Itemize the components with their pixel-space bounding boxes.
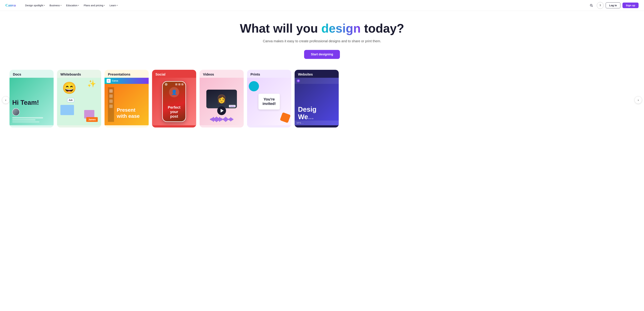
svg-line-2 (592, 6, 593, 6)
search-icon (590, 4, 593, 7)
phone-action-icon (175, 83, 177, 86)
docs-list-item (12, 121, 39, 122)
video-person-emoji: 👩 (216, 94, 227, 104)
sticky-note-james: James (86, 117, 98, 122)
pres-slide: Presentwith ease (114, 87, 142, 122)
card-prints-body: You'reinvited! (247, 78, 291, 125)
card-social-label: Social (152, 70, 196, 78)
hero-title-highlight: design (321, 22, 360, 35)
pres-layout: Presentwith ease (108, 81, 142, 122)
svg-text:Canva: Canva (6, 3, 16, 7)
nav-business-label: Business (50, 4, 60, 7)
card-prints[interactable]: Prints You'reinvited! (247, 70, 291, 128)
hero-title-start: What will you (240, 22, 321, 35)
play-button[interactable] (217, 106, 226, 115)
phone-topbar (163, 82, 186, 87)
canva-logo[interactable]: Canva (6, 3, 18, 8)
social-person-avatar: 👤 (169, 87, 179, 97)
phone-mockup: 👤 Perfectyourpost (162, 81, 186, 122)
chevron-down-icon: ▾ (44, 4, 45, 6)
sparkle-emoji: ✨ (87, 80, 96, 88)
card-social-visual: 👤 Perfectyourpost (152, 78, 196, 125)
card-whiteboards[interactable]: Whiteboards 😄 ✨ James Ash (57, 70, 101, 128)
waveform-bar (223, 118, 224, 120)
waveform-bar (218, 118, 219, 121)
phone-action-icon (182, 83, 184, 86)
emoji-face: 😄 (62, 81, 76, 95)
phone-screen: 👤 Perfectyourpost (163, 82, 186, 122)
waveform-bar (228, 118, 228, 120)
print-deco-rect (280, 112, 291, 123)
waveform-bar (228, 119, 229, 120)
search-button[interactable] (588, 2, 595, 9)
design-type-carousel: ‹ Docs Hi Team! (0, 67, 644, 133)
phone-action-icon (178, 83, 180, 86)
phone-icon (165, 83, 168, 86)
website-topbar: W (294, 78, 339, 84)
waveform-bar (226, 118, 227, 121)
nav-right-actions: ? Log in Sign up (588, 2, 638, 9)
website-logo-icon: W (297, 79, 300, 82)
card-presentations[interactable]: Presentations C Canva (104, 70, 149, 128)
card-websites[interactable]: Websites W DesigWe... SPE... (294, 70, 339, 128)
docs-list-items (12, 117, 51, 122)
card-websites-visual: W DesigWe... SPE... (294, 78, 339, 125)
carousel-prev-button[interactable]: ‹ (2, 96, 10, 104)
whiteboard-rect (60, 105, 74, 115)
nav-design-spotlight-label: Design spotlight (25, 4, 43, 7)
card-presentations-visual: C Canva Presentwith ease (104, 78, 149, 125)
nav-design-spotlight[interactable]: Design spotlight ▾ (23, 2, 47, 8)
waveform-bar (216, 116, 217, 122)
sidebar-icon (109, 100, 113, 103)
invite-card: You'reinvited! (258, 94, 280, 110)
waveform-bar (211, 118, 212, 120)
waveform-bar (214, 118, 215, 121)
nav-education-label: Education (66, 4, 78, 7)
nav-plans-pricing-label: Plans and pricing (84, 4, 103, 7)
avatar-row (12, 108, 51, 116)
waveform-bar (222, 119, 223, 120)
chevron-down-icon: ▾ (60, 4, 62, 6)
canva-editor-bar: C Canva (104, 78, 149, 84)
website-big-text: DesigWe... (298, 106, 335, 122)
card-docs-visual: Hi Team! (10, 78, 54, 125)
card-docs[interactable]: Docs Hi Team! (10, 70, 54, 128)
sidebar-icon (109, 94, 113, 98)
nav-plans-pricing[interactable]: Plans and pricing ▾ (82, 2, 107, 8)
waveform-bar (215, 117, 216, 122)
navigation: Canva Design spotlight ▾ Business ▾ Educ… (0, 0, 644, 11)
signup-button[interactable]: Sign up (622, 2, 638, 8)
carousel-track: Docs Hi Team! (0, 70, 644, 128)
nav-business[interactable]: Business ▾ (48, 2, 64, 8)
card-social[interactable]: Social (152, 70, 196, 128)
hero-subtitle: Canva makes it easy to create profession… (6, 39, 638, 43)
waveform-bar (220, 118, 221, 121)
card-websites-body: W DesigWe... SPE... (294, 78, 339, 125)
card-whiteboards-visual: 😄 ✨ James Ash (57, 78, 101, 125)
arrow-right-icon: › (638, 98, 639, 102)
website-spe-label: SPE... (297, 122, 337, 124)
docs-list-item (12, 117, 43, 118)
waveform-bar (224, 118, 225, 121)
waveform-bar (232, 119, 233, 120)
sidebar-icon (109, 104, 113, 108)
waveform-bar (217, 117, 218, 122)
pres-big-text: Presentwith ease (117, 107, 140, 119)
waveform-bar (221, 118, 222, 120)
pres-sidebar (108, 87, 114, 122)
card-videos[interactable]: Videos 👩 Canva (200, 70, 244, 128)
start-designing-button[interactable]: Start designing (304, 50, 340, 59)
carousel-next-button[interactable]: › (634, 96, 642, 104)
nav-education[interactable]: Education ▾ (64, 2, 81, 8)
nav-learn-label: Learn (110, 4, 116, 7)
phone-actions (175, 83, 184, 86)
waveform-bar (210, 119, 211, 120)
login-button[interactable]: Log in (606, 2, 620, 8)
help-button[interactable]: ? (597, 2, 604, 9)
hero-title-end: today? (361, 22, 404, 35)
card-videos-body: 👩 Canva (200, 78, 244, 125)
waveform-bar (230, 118, 230, 121)
card-websites-label: Websites (294, 70, 339, 78)
nav-learn[interactable]: Learn ▾ (108, 2, 120, 8)
social-big-text: Perfectyourpost (163, 105, 186, 119)
